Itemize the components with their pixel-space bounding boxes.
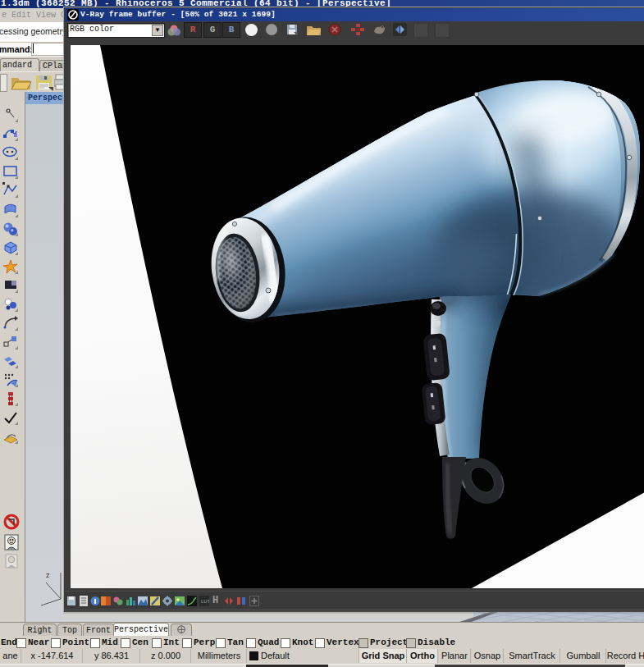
svg-text:LUT: LUT <box>201 599 209 604</box>
svg-text:z: z <box>46 571 50 579</box>
